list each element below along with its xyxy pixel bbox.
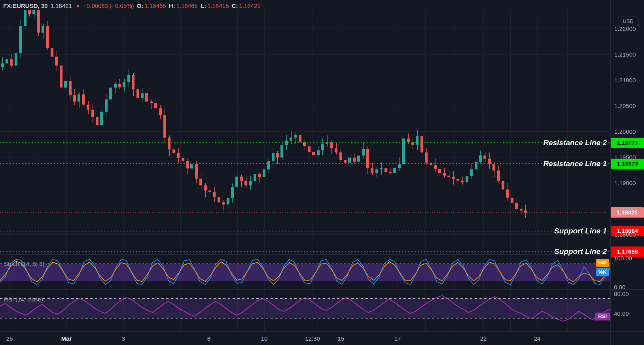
high-label: H: bbox=[169, 2, 175, 9]
resistance-line-2-line[interactable] bbox=[0, 142, 610, 143]
rsi-pane-label[interactable]: RSI (14, close) bbox=[4, 296, 43, 303]
low-value: 1.18415 bbox=[207, 2, 229, 9]
price-axis-label: 1.22000 bbox=[614, 25, 636, 32]
stoch-pane-label[interactable]: Stoch (14, 3, 3) bbox=[4, 260, 45, 267]
stoch-k-badge: %K bbox=[596, 268, 609, 276]
rsi-badge: RSI bbox=[595, 313, 610, 320]
last-price-value: 1.18421 bbox=[51, 2, 72, 9]
price-axis-label: 1.18000 bbox=[614, 231, 636, 238]
currency-badge[interactable]: USD bbox=[618, 17, 638, 26]
low-label: L: bbox=[201, 2, 206, 9]
trading-chart-app: Resistance Line 2 Resistance Line 1 Supp… bbox=[0, 0, 644, 345]
axis-corner-divider bbox=[610, 332, 611, 345]
down-triangle-icon: ▼ bbox=[76, 4, 80, 9]
time-axis[interactable]: 25Mar381012:3015172224 bbox=[0, 332, 644, 345]
price-axis-label: 1.19500 bbox=[614, 154, 636, 161]
resistance-line-1-label[interactable]: Resistance Line 1 bbox=[543, 159, 607, 168]
resistance-line-1-line[interactable] bbox=[0, 163, 610, 164]
support-line-1-line[interactable] bbox=[0, 231, 610, 231]
close-value: 1.18421 bbox=[239, 2, 261, 9]
open-label: O: bbox=[137, 2, 144, 9]
time-axis-label: 8 bbox=[207, 335, 210, 342]
support-line-2-label[interactable]: Support Line 2 bbox=[554, 247, 607, 256]
change-value: −0.00063 (−0.05%) bbox=[83, 2, 134, 9]
stoch-d-badge: %D bbox=[596, 259, 609, 267]
price-axis-label: 1.19000 bbox=[614, 180, 636, 186]
chart-canvas[interactable] bbox=[0, 0, 644, 345]
resistance-line-2-label[interactable]: Resistance Line 2 bbox=[543, 138, 607, 147]
time-axis-label: 25 bbox=[6, 335, 13, 342]
time-axis-label: 3 bbox=[122, 335, 125, 342]
price-axis-label: 1.20000 bbox=[614, 128, 636, 135]
time-axis-label: 10 bbox=[261, 335, 268, 342]
symbol-name[interactable]: FX:EURUSD, 30 bbox=[3, 2, 48, 9]
last-price-line bbox=[0, 212, 610, 213]
close-label: C: bbox=[232, 2, 238, 9]
support-line-1-label[interactable]: Support Line 1 bbox=[554, 226, 607, 235]
ohlc-header: FX:EURUSD, 30 1.18421 ▼ −0.00063 (−0.05%… bbox=[3, 2, 262, 9]
time-axis-label: 24 bbox=[534, 335, 541, 342]
open-value: 1.18465 bbox=[144, 2, 166, 9]
time-axis-label: Mar bbox=[61, 335, 72, 342]
price-axis[interactable]: USD 1.220001.215001.210001.205001.200001… bbox=[610, 0, 644, 332]
support-line-2-line[interactable] bbox=[0, 251, 610, 252]
price-axis-label: 1.21500 bbox=[614, 51, 636, 58]
time-axis-label: 12:30 bbox=[305, 335, 320, 342]
price-axis-label: 1.20500 bbox=[614, 102, 636, 109]
price-axis-label: 1.21000 bbox=[614, 77, 636, 83]
time-axis-label: 22 bbox=[480, 335, 487, 342]
time-axis-label: 15 bbox=[338, 335, 345, 342]
time-axis-label: 17 bbox=[394, 335, 401, 342]
price-axis-label: 1.18500 bbox=[614, 205, 636, 212]
high-value: 1.18465 bbox=[176, 2, 198, 9]
